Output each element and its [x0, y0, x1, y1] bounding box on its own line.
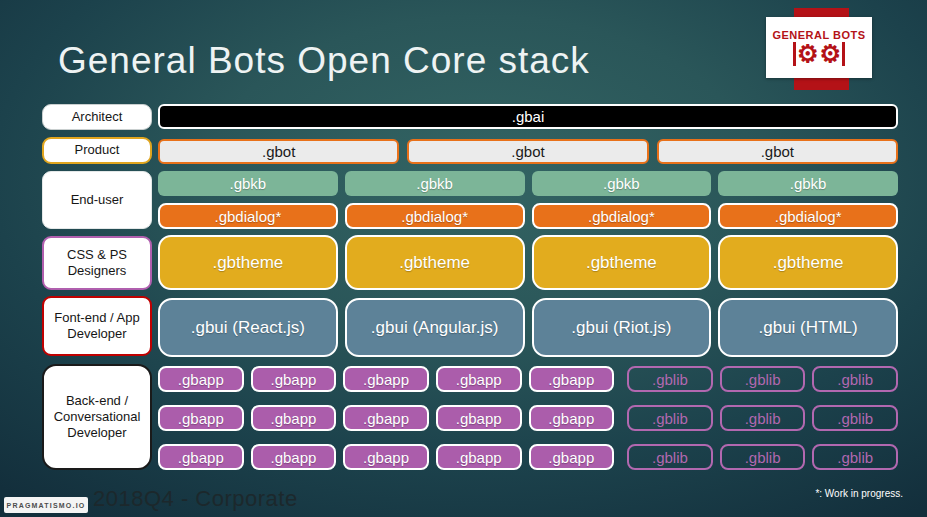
label-frontend-app-developer: Font-end / App Developer — [42, 296, 152, 356]
box-gbui-html: .gbui (HTML) — [718, 298, 898, 357]
box-gbdialog: .gbdialog* — [345, 203, 525, 229]
box-gblib: .gblib — [812, 444, 898, 470]
gear-icon: ⚙ — [797, 42, 819, 66]
row-gbkb: .gbkb .gbkb .gbkb .gbkb — [158, 171, 898, 196]
box-gbtheme: .gbtheme — [532, 235, 712, 290]
gears-icon: ⚙⚙ — [793, 42, 845, 66]
gear-icon: ⚙ — [820, 42, 842, 66]
box-gbapp: .gbapp — [158, 405, 244, 431]
box-gblib: .gblib — [812, 405, 898, 431]
logo-brand-text: GENERAL BOTS — [772, 29, 865, 41]
box-gbapp: .gbapp — [251, 444, 337, 470]
box-gbdialog: .gbdialog* — [718, 203, 898, 229]
box-gblib: .gblib — [627, 366, 713, 392]
box-gbkb: .gbkb — [158, 171, 338, 196]
box-gblib: .gblib — [720, 366, 806, 392]
footer-quarter-text: 2018Q4 - Corporate — [93, 486, 298, 512]
row-backend-2: .gbapp .gbapp .gbapp .gbapp .gbapp .gbli… — [158, 405, 898, 431]
box-gbai: .gbai — [158, 104, 898, 129]
box-gbkb: .gbkb — [532, 171, 712, 196]
box-gbapp: .gbapp — [158, 444, 244, 470]
box-gbkb: .gbkb — [718, 171, 898, 196]
box-gbdialog: .gbdialog* — [158, 203, 338, 229]
box-gbapp: .gbapp — [343, 405, 429, 431]
box-gbapp: .gbapp — [251, 366, 337, 392]
box-gbdialog: .gbdialog* — [532, 203, 712, 229]
row-gbui: .gbui (React.js) .gbui (Angular.js) .gbu… — [158, 298, 898, 357]
box-gbapp: .gbapp — [436, 444, 522, 470]
box-gbui-angular: .gbui (Angular.js) — [345, 298, 525, 357]
box-gbtheme: .gbtheme — [158, 235, 338, 290]
label-product: Product — [42, 137, 152, 164]
box-gblib: .gblib — [720, 405, 806, 431]
label-end-user: End-user — [42, 171, 152, 229]
box-gbapp: .gbapp — [436, 405, 522, 431]
box-gbapp: .gbapp — [343, 444, 429, 470]
box-gbot: .gbot — [158, 139, 399, 164]
gear-line-right — [842, 42, 845, 66]
label-architect: Architect — [42, 104, 152, 130]
box-gbapp: .gbapp — [343, 366, 429, 392]
box-gbui-riot: .gbui (Riot.js) — [532, 298, 712, 357]
label-css-ps-designers: CSS & PS Designers — [42, 236, 152, 290]
box-gbapp: .gbapp — [529, 405, 615, 431]
gear-line-left — [793, 42, 796, 66]
box-gbapp: .gbapp — [251, 405, 337, 431]
box-gbapp: .gbapp — [529, 444, 615, 470]
box-gblib: .gblib — [627, 405, 713, 431]
box-gbot: .gbot — [657, 139, 898, 164]
box-gblib: .gblib — [812, 366, 898, 392]
row-gbai: .gbai — [158, 104, 898, 129]
row-gbot: .gbot .gbot .gbot — [158, 139, 898, 164]
box-gbkb: .gbkb — [345, 171, 525, 196]
pragmatismo-logo: PRAGMATISMO.IO — [4, 497, 88, 513]
box-gbapp: .gbapp — [436, 366, 522, 392]
page-title: General Bots Open Core stack — [58, 40, 590, 82]
general-bots-logo: GENERAL BOTS ⚙⚙ — [766, 17, 872, 78]
box-gbapp: .gbapp — [158, 366, 244, 392]
slide: General Bots Open Core stack GENERAL BOT… — [0, 0, 927, 517]
row-backend-3: .gbapp .gbapp .gbapp .gbapp .gbapp .gbli… — [158, 444, 898, 470]
row-gbdialog: .gbdialog* .gbdialog* .gbdialog* .gbdial… — [158, 203, 898, 229]
box-gbtheme: .gbtheme — [718, 235, 898, 290]
box-gbot: .gbot — [407, 139, 648, 164]
box-gblib: .gblib — [627, 444, 713, 470]
row-gbtheme: .gbtheme .gbtheme .gbtheme .gbtheme — [158, 235, 898, 290]
box-gbapp: .gbapp — [529, 366, 615, 392]
label-backend-conversational-developer: Back-end / Conversational Developer — [42, 364, 152, 470]
box-gbui-react: .gbui (React.js) — [158, 298, 338, 357]
row-backend-1: .gbapp .gbapp .gbapp .gbapp .gbapp .gbli… — [158, 366, 898, 392]
box-gblib: .gblib — [720, 444, 806, 470]
work-in-progress-note: *: Work in progress. — [815, 488, 903, 499]
box-gbtheme: .gbtheme — [345, 235, 525, 290]
